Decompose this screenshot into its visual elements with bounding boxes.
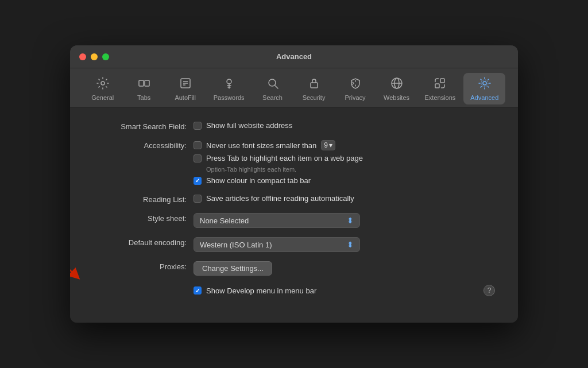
tab-passwords-label: Passwords xyxy=(214,94,245,101)
tab-advanced[interactable]: Advanced xyxy=(463,73,505,104)
encoding-dropdown[interactable]: Western (ISO Latin 1) ⬍ xyxy=(194,237,360,252)
close-button[interactable] xyxy=(79,53,86,60)
svg-point-7 xyxy=(227,79,231,84)
font-size-select[interactable]: 9 ▾ xyxy=(321,140,335,150)
main-window: Advanced General Tabs xyxy=(70,45,518,323)
security-icon xyxy=(307,76,321,92)
tab-highlight-checkbox[interactable] xyxy=(194,154,202,162)
tab-search[interactable]: Search xyxy=(253,73,293,104)
maximize-button[interactable] xyxy=(102,53,109,60)
red-arrow-annotation xyxy=(70,227,105,290)
svg-rect-1 xyxy=(139,80,144,86)
tab-advanced-label: Advanced xyxy=(470,94,498,101)
develop-menu-row: Show Develop menu in menu bar ? xyxy=(93,285,495,296)
tab-passwords[interactable]: Passwords xyxy=(207,73,252,104)
reading-list-row: Reading List: Save articles for offline … xyxy=(93,194,495,204)
proxies-label: Proxies: xyxy=(93,261,194,271)
smart-search-row: Smart Search Field: Show full website ad… xyxy=(93,121,495,131)
reading-list-text: Save articles for offline reading automa… xyxy=(206,194,354,203)
svg-line-9 xyxy=(275,86,278,88)
tab-security[interactable]: Security xyxy=(294,73,334,104)
svg-rect-14 xyxy=(435,84,439,88)
encoding-arrow: ⬍ xyxy=(347,240,354,249)
proxies-control: Change Settings... xyxy=(194,261,272,276)
tab-autofill[interactable]: AutoFill xyxy=(165,73,206,104)
svg-line-19 xyxy=(70,233,76,276)
encoding-control: Western (ISO Latin 1) ⬍ xyxy=(194,237,360,252)
accessibility-row: Accessibility: Never use font sizes smal… xyxy=(93,140,495,185)
smart-search-control: Show full website address xyxy=(194,121,292,130)
svg-point-16 xyxy=(483,82,486,85)
tab-websites[interactable]: Websites xyxy=(377,73,417,104)
show-colour-checkbox[interactable] xyxy=(194,177,202,185)
style-sheet-dropdown[interactable]: None Selected ⬍ xyxy=(194,213,360,228)
passwords-icon xyxy=(222,76,236,92)
websites-icon xyxy=(390,76,404,92)
style-sheet-label: Style sheet: xyxy=(93,213,194,223)
svg-point-0 xyxy=(101,82,105,85)
svg-rect-2 xyxy=(145,80,149,86)
privacy-icon xyxy=(349,76,362,92)
extensions-icon xyxy=(433,76,447,92)
change-settings-button[interactable]: Change Settings... xyxy=(194,261,272,276)
style-sheet-row: Style sheet: None Selected ⬍ xyxy=(93,213,495,228)
search-icon xyxy=(266,76,280,92)
accessibility-control: Never use font sizes smaller than 9 ▾ Pr… xyxy=(194,140,363,185)
window-title: Advanced xyxy=(276,52,312,61)
autofill-icon xyxy=(179,76,192,92)
minimize-button[interactable] xyxy=(91,53,98,60)
traffic-lights xyxy=(79,53,109,60)
font-size-arrow: ▾ xyxy=(329,141,332,149)
tab-hint-text: Option-Tab highlights each item. xyxy=(194,166,363,173)
reading-list-control: Save articles for offline reading automa… xyxy=(194,194,354,203)
svg-rect-10 xyxy=(311,83,318,88)
tab-privacy[interactable]: Privacy xyxy=(335,73,376,104)
font-size-checkbox[interactable] xyxy=(194,141,202,149)
reading-list-label: Reading List: xyxy=(93,194,194,204)
settings-content: Smart Search Field: Show full website ad… xyxy=(70,107,518,323)
develop-label xyxy=(93,290,194,291)
style-sheet-value: None Selected xyxy=(200,216,249,225)
title-bar: Advanced xyxy=(70,45,518,68)
toolbar: General Tabs AutoFill xyxy=(70,68,518,107)
svg-rect-15 xyxy=(440,79,444,83)
tab-general-label: General xyxy=(91,94,114,101)
smart-search-label: Smart Search Field: xyxy=(93,121,194,131)
proxies-row: Proxies: Change Settings... xyxy=(93,261,495,276)
general-icon xyxy=(96,76,110,92)
encoding-label: Default encoding: xyxy=(93,237,194,247)
font-size-value: 9 xyxy=(324,141,328,149)
tab-tabs-label: Tabs xyxy=(137,94,150,101)
tab-tabs[interactable]: Tabs xyxy=(124,73,164,104)
font-size-text: Never use font sizes smaller than xyxy=(206,141,316,150)
style-sheet-arrow: ⬍ xyxy=(347,216,354,225)
encoding-row: Default encoding: Western (ISO Latin 1) … xyxy=(93,237,495,252)
tab-search-label: Search xyxy=(262,94,283,101)
tab-autofill-label: AutoFill xyxy=(175,94,196,101)
tab-security-label: Security xyxy=(303,94,326,101)
svg-point-17 xyxy=(481,80,488,87)
tab-websites-label: Websites xyxy=(384,94,409,101)
tab-highlight-text: Press Tab to highlight each item on a we… xyxy=(206,154,363,162)
advanced-icon xyxy=(478,76,492,92)
show-colour-text: Show colour in compact tab bar xyxy=(206,176,311,185)
develop-control: Show Develop menu in menu bar ? xyxy=(194,285,495,296)
tab-extensions[interactable]: Extensions xyxy=(418,73,463,104)
tab-general[interactable]: General xyxy=(83,73,123,104)
develop-menu-checkbox[interactable] xyxy=(194,286,202,295)
develop-menu-text: Show Develop menu in menu bar xyxy=(206,286,316,295)
encoding-value: Western (ISO Latin 1) xyxy=(200,241,272,249)
help-button[interactable]: ? xyxy=(483,285,495,296)
smart-search-checkbox[interactable] xyxy=(194,122,202,130)
tab-privacy-label: Privacy xyxy=(345,94,365,101)
accessibility-label: Accessibility: xyxy=(93,140,194,150)
style-sheet-control: None Selected ⬍ xyxy=(194,213,360,228)
smart-search-text: Show full website address xyxy=(206,121,292,130)
reading-list-checkbox[interactable] xyxy=(194,195,202,203)
tab-extensions-label: Extensions xyxy=(425,94,456,101)
tabs-icon xyxy=(137,76,151,92)
svg-point-8 xyxy=(269,79,276,86)
